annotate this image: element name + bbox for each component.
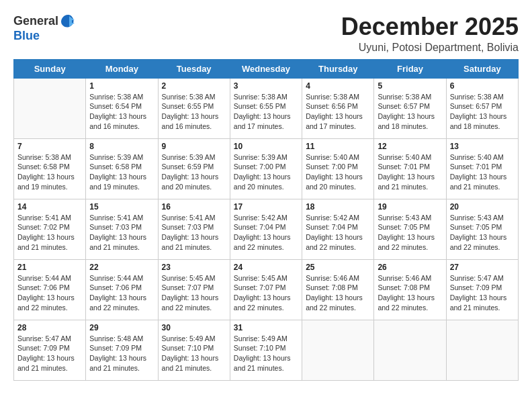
- day-info: Sunrise: 5:38 AM Sunset: 6:57 PM Dayligh…: [378, 92, 442, 132]
- calendar-week-row: 1Sunrise: 5:38 AM Sunset: 6:54 PM Daylig…: [14, 78, 519, 138]
- calendar-cell: 17Sunrise: 5:42 AM Sunset: 7:04 PM Dayli…: [230, 199, 302, 259]
- day-info: Sunrise: 5:42 AM Sunset: 7:04 PM Dayligh…: [234, 213, 298, 253]
- calendar-cell: 24Sunrise: 5:45 AM Sunset: 7:07 PM Dayli…: [230, 259, 302, 320]
- day-info: Sunrise: 5:40 AM Sunset: 7:01 PM Dayligh…: [378, 152, 442, 192]
- calendar-week-row: 14Sunrise: 5:41 AM Sunset: 7:02 PM Dayli…: [14, 199, 519, 259]
- calendar-cell: 21Sunrise: 5:44 AM Sunset: 7:06 PM Dayli…: [14, 259, 86, 320]
- day-info: Sunrise: 5:43 AM Sunset: 7:05 PM Dayligh…: [378, 213, 442, 253]
- day-number: 3: [234, 81, 298, 91]
- day-number: 6: [450, 81, 515, 91]
- day-info: Sunrise: 5:44 AM Sunset: 7:06 PM Dayligh…: [17, 273, 82, 313]
- day-info: Sunrise: 5:38 AM Sunset: 6:55 PM Dayligh…: [162, 92, 226, 132]
- calendar-header-thursday: Thursday: [302, 59, 374, 78]
- day-number: 13: [450, 142, 515, 151]
- day-info: Sunrise: 5:47 AM Sunset: 7:09 PM Dayligh…: [450, 273, 515, 313]
- day-number: 22: [89, 263, 154, 272]
- subtitle: Uyuni, Potosi Department, Bolivia: [341, 42, 519, 54]
- day-info: Sunrise: 5:43 AM Sunset: 7:05 PM Dayligh…: [450, 213, 515, 253]
- logo-text-general: General: [13, 15, 58, 28]
- day-number: 10: [234, 142, 298, 151]
- day-info: Sunrise: 5:38 AM Sunset: 6:56 PM Dayligh…: [306, 92, 370, 132]
- calendar-cell: [446, 320, 518, 380]
- day-info: Sunrise: 5:38 AM Sunset: 6:54 PM Dayligh…: [89, 92, 154, 132]
- day-info: Sunrise: 5:42 AM Sunset: 7:04 PM Dayligh…: [306, 213, 370, 253]
- day-info: Sunrise: 5:45 AM Sunset: 7:07 PM Dayligh…: [162, 273, 226, 313]
- calendar-header-sunday: Sunday: [14, 59, 86, 78]
- calendar-cell: 19Sunrise: 5:43 AM Sunset: 7:05 PM Dayli…: [374, 199, 446, 259]
- day-number: 24: [234, 263, 298, 272]
- day-info: Sunrise: 5:46 AM Sunset: 7:08 PM Dayligh…: [306, 273, 370, 313]
- day-number: 28: [17, 323, 82, 332]
- calendar-cell: 4Sunrise: 5:38 AM Sunset: 6:56 PM Daylig…: [302, 78, 374, 138]
- calendar-cell: 7Sunrise: 5:38 AM Sunset: 6:58 PM Daylig…: [14, 138, 86, 199]
- calendar-cell: 15Sunrise: 5:41 AM Sunset: 7:03 PM Dayli…: [86, 199, 158, 259]
- day-number: 17: [234, 202, 298, 212]
- calendar-week-row: 28Sunrise: 5:47 AM Sunset: 7:09 PM Dayli…: [14, 320, 519, 380]
- calendar-cell: 20Sunrise: 5:43 AM Sunset: 7:05 PM Dayli…: [446, 199, 518, 259]
- calendar-week-row: 7Sunrise: 5:38 AM Sunset: 6:58 PM Daylig…: [14, 138, 519, 199]
- day-number: 4: [306, 81, 370, 91]
- calendar-cell: 27Sunrise: 5:47 AM Sunset: 7:09 PM Dayli…: [446, 259, 518, 320]
- calendar-week-row: 21Sunrise: 5:44 AM Sunset: 7:06 PM Dayli…: [14, 259, 519, 320]
- calendar-cell: 10Sunrise: 5:39 AM Sunset: 7:00 PM Dayli…: [230, 138, 302, 199]
- calendar-cell: 28Sunrise: 5:47 AM Sunset: 7:09 PM Dayli…: [14, 320, 86, 380]
- day-number: 30: [162, 323, 226, 332]
- day-info: Sunrise: 5:40 AM Sunset: 7:01 PM Dayligh…: [450, 152, 515, 192]
- calendar-cell: 1Sunrise: 5:38 AM Sunset: 6:54 PM Daylig…: [86, 78, 158, 138]
- logo: General Blue: [13, 13, 76, 43]
- day-info: Sunrise: 5:49 AM Sunset: 7:10 PM Dayligh…: [234, 334, 298, 373]
- calendar-cell: 8Sunrise: 5:39 AM Sunset: 6:58 PM Daylig…: [86, 138, 158, 199]
- calendar-header-saturday: Saturday: [446, 59, 518, 78]
- calendar-cell: 25Sunrise: 5:46 AM Sunset: 7:08 PM Dayli…: [302, 259, 374, 320]
- day-number: 23: [162, 263, 226, 272]
- calendar-cell: 13Sunrise: 5:40 AM Sunset: 7:01 PM Dayli…: [446, 138, 518, 199]
- calendar-header-friday: Friday: [374, 59, 446, 78]
- day-info: Sunrise: 5:41 AM Sunset: 7:03 PM Dayligh…: [162, 213, 226, 253]
- day-number: 14: [17, 202, 82, 212]
- calendar-body: 1Sunrise: 5:38 AM Sunset: 6:54 PM Daylig…: [14, 78, 519, 380]
- day-info: Sunrise: 5:39 AM Sunset: 6:58 PM Dayligh…: [89, 152, 154, 192]
- calendar-header-monday: Monday: [86, 59, 158, 78]
- day-number: 21: [17, 263, 82, 272]
- day-number: 8: [89, 142, 154, 151]
- day-number: 29: [89, 323, 154, 332]
- calendar-cell: 26Sunrise: 5:46 AM Sunset: 7:08 PM Dayli…: [374, 259, 446, 320]
- calendar-cell: 22Sunrise: 5:44 AM Sunset: 7:06 PM Dayli…: [86, 259, 158, 320]
- main-title: December 2025: [341, 13, 519, 40]
- day-info: Sunrise: 5:44 AM Sunset: 7:06 PM Dayligh…: [89, 273, 154, 313]
- page-header: General Blue December 2025 Uyuni, Potosi…: [13, 13, 519, 54]
- calendar-cell: 18Sunrise: 5:42 AM Sunset: 7:04 PM Dayli…: [302, 199, 374, 259]
- day-info: Sunrise: 5:49 AM Sunset: 7:10 PM Dayligh…: [162, 334, 226, 373]
- day-number: 7: [17, 142, 82, 151]
- day-number: 11: [306, 142, 370, 151]
- calendar-cell: 29Sunrise: 5:48 AM Sunset: 7:09 PM Dayli…: [86, 320, 158, 380]
- day-number: 31: [234, 323, 298, 332]
- day-info: Sunrise: 5:41 AM Sunset: 7:03 PM Dayligh…: [89, 213, 154, 253]
- calendar-cell: 2Sunrise: 5:38 AM Sunset: 6:55 PM Daylig…: [158, 78, 230, 138]
- calendar-cell: 5Sunrise: 5:38 AM Sunset: 6:57 PM Daylig…: [374, 78, 446, 138]
- logo-text-blue: Blue: [13, 29, 40, 42]
- calendar-cell: 14Sunrise: 5:41 AM Sunset: 7:02 PM Dayli…: [14, 199, 86, 259]
- calendar-cell: [14, 78, 86, 138]
- calendar-cell: [302, 320, 374, 380]
- calendar-cell: 11Sunrise: 5:40 AM Sunset: 7:00 PM Dayli…: [302, 138, 374, 199]
- day-number: 12: [378, 142, 442, 151]
- logo-icon: [60, 13, 76, 30]
- day-info: Sunrise: 5:38 AM Sunset: 6:57 PM Dayligh…: [450, 92, 515, 132]
- day-number: 26: [378, 263, 442, 272]
- calendar-cell: 31Sunrise: 5:49 AM Sunset: 7:10 PM Dayli…: [230, 320, 302, 380]
- day-info: Sunrise: 5:47 AM Sunset: 7:09 PM Dayligh…: [17, 334, 82, 373]
- day-number: 15: [89, 202, 154, 212]
- day-number: 9: [162, 142, 226, 151]
- calendar-header-wednesday: Wednesday: [230, 59, 302, 78]
- day-number: 20: [450, 202, 515, 212]
- day-number: 5: [378, 81, 442, 91]
- day-number: 2: [162, 81, 226, 91]
- day-info: Sunrise: 5:46 AM Sunset: 7:08 PM Dayligh…: [378, 273, 442, 313]
- day-info: Sunrise: 5:48 AM Sunset: 7:09 PM Dayligh…: [89, 334, 154, 373]
- day-info: Sunrise: 5:39 AM Sunset: 7:00 PM Dayligh…: [234, 152, 298, 192]
- day-number: 27: [450, 263, 515, 272]
- calendar-cell: 9Sunrise: 5:39 AM Sunset: 6:59 PM Daylig…: [158, 138, 230, 199]
- calendar-header-row: SundayMondayTuesdayWednesdayThursdayFrid…: [14, 59, 519, 78]
- day-number: 16: [162, 202, 226, 212]
